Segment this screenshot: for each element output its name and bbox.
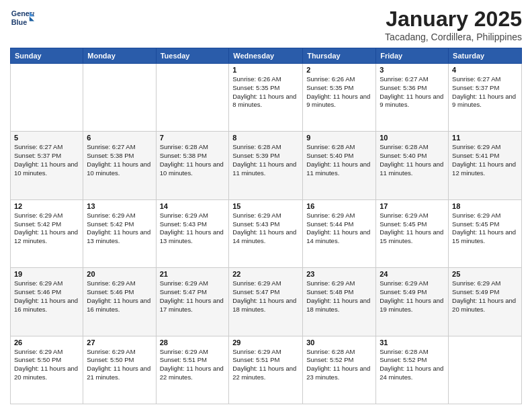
day-info: Sunrise: 6:29 AM Sunset: 5:49 PM Dayligh… bbox=[452, 279, 518, 314]
calendar-cell: 13Sunrise: 6:29 AM Sunset: 5:42 PM Dayli… bbox=[83, 199, 156, 267]
calendar-cell: 28Sunrise: 6:29 AM Sunset: 5:51 PM Dayli… bbox=[156, 336, 229, 404]
day-number: 14 bbox=[160, 202, 226, 210]
calendar-week-row: 26Sunrise: 6:29 AM Sunset: 5:50 PM Dayli… bbox=[11, 336, 522, 404]
calendar-cell: 24Sunrise: 6:29 AM Sunset: 5:49 PM Dayli… bbox=[376, 268, 449, 336]
day-info: Sunrise: 6:26 AM Sunset: 5:35 PM Dayligh… bbox=[306, 75, 372, 109]
day-info: Sunrise: 6:28 AM Sunset: 5:52 PM Dayligh… bbox=[380, 348, 445, 382]
day-number: 28 bbox=[160, 338, 226, 347]
day-info: Sunrise: 6:29 AM Sunset: 5:41 PM Dayligh… bbox=[452, 143, 518, 177]
day-info: Sunrise: 6:29 AM Sunset: 5:46 PM Dayligh… bbox=[14, 279, 79, 314]
calendar-cell bbox=[156, 64, 229, 132]
day-info: Sunrise: 6:27 AM Sunset: 5:38 PM Dayligh… bbox=[87, 143, 152, 177]
calendar-cell: 8Sunrise: 6:28 AM Sunset: 5:39 PM Daylig… bbox=[229, 132, 303, 199]
col-monday: Monday bbox=[83, 48, 156, 64]
day-info: Sunrise: 6:28 AM Sunset: 5:40 PM Dayligh… bbox=[306, 143, 372, 177]
day-number: 7 bbox=[160, 134, 226, 142]
day-number: 2 bbox=[306, 66, 372, 74]
day-number: 9 bbox=[306, 134, 372, 142]
calendar-cell: 12Sunrise: 6:29 AM Sunset: 5:42 PM Dayli… bbox=[11, 199, 83, 267]
day-info: Sunrise: 6:28 AM Sunset: 5:40 PM Dayligh… bbox=[380, 143, 445, 177]
calendar-cell: 1Sunrise: 6:26 AM Sunset: 5:35 PM Daylig… bbox=[229, 64, 303, 132]
col-saturday: Saturday bbox=[449, 48, 522, 64]
day-number: 16 bbox=[306, 202, 372, 210]
day-info: Sunrise: 6:29 AM Sunset: 5:45 PM Dayligh… bbox=[452, 212, 518, 246]
day-number: 10 bbox=[380, 134, 445, 142]
day-number: 12 bbox=[14, 202, 79, 210]
calendar-cell: 21Sunrise: 6:29 AM Sunset: 5:47 PM Dayli… bbox=[156, 268, 229, 336]
calendar-cell: 6Sunrise: 6:27 AM Sunset: 5:38 PM Daylig… bbox=[83, 132, 156, 199]
calendar-cell: 4Sunrise: 6:27 AM Sunset: 5:37 PM Daylig… bbox=[449, 64, 522, 132]
title-section: January 2025 Tacadang, Cordillera, Phili… bbox=[385, 7, 522, 42]
calendar-cell: 30Sunrise: 6:28 AM Sunset: 5:52 PM Dayli… bbox=[303, 336, 376, 404]
day-number: 31 bbox=[380, 338, 445, 347]
calendar-cell: 17Sunrise: 6:29 AM Sunset: 5:45 PM Dayli… bbox=[376, 199, 449, 267]
day-info: Sunrise: 6:29 AM Sunset: 5:46 PM Dayligh… bbox=[87, 279, 152, 314]
day-number: 21 bbox=[160, 270, 226, 278]
calendar-cell: 27Sunrise: 6:29 AM Sunset: 5:50 PM Dayli… bbox=[83, 336, 156, 404]
day-number: 27 bbox=[87, 338, 152, 347]
day-number: 15 bbox=[232, 202, 299, 210]
day-number: 18 bbox=[452, 202, 518, 210]
calendar-cell: 10Sunrise: 6:28 AM Sunset: 5:40 PM Dayli… bbox=[376, 132, 449, 199]
calendar-week-row: 1Sunrise: 6:26 AM Sunset: 5:35 PM Daylig… bbox=[11, 64, 522, 132]
svg-text:Blue: Blue bbox=[11, 18, 27, 26]
calendar-cell: 5Sunrise: 6:27 AM Sunset: 5:37 PM Daylig… bbox=[11, 132, 83, 199]
day-number: 23 bbox=[306, 270, 372, 278]
day-number: 25 bbox=[452, 270, 518, 278]
calendar-week-row: 12Sunrise: 6:29 AM Sunset: 5:42 PM Dayli… bbox=[11, 199, 522, 267]
day-number: 1 bbox=[232, 66, 299, 74]
logo: General Blue bbox=[10, 7, 34, 31]
calendar-cell: 7Sunrise: 6:28 AM Sunset: 5:38 PM Daylig… bbox=[156, 132, 229, 199]
calendar-cell: 3Sunrise: 6:27 AM Sunset: 5:36 PM Daylig… bbox=[376, 64, 449, 132]
col-wednesday: Wednesday bbox=[229, 48, 303, 64]
calendar-cell: 31Sunrise: 6:28 AM Sunset: 5:52 PM Dayli… bbox=[376, 336, 449, 404]
day-info: Sunrise: 6:29 AM Sunset: 5:47 PM Dayligh… bbox=[160, 279, 226, 314]
day-number: 4 bbox=[452, 66, 518, 74]
day-info: Sunrise: 6:29 AM Sunset: 5:44 PM Dayligh… bbox=[306, 212, 372, 246]
calendar-cell: 26Sunrise: 6:29 AM Sunset: 5:50 PM Dayli… bbox=[11, 336, 83, 404]
day-number: 8 bbox=[232, 134, 299, 142]
header: General Blue January 2025 Tacadang, Cord… bbox=[10, 7, 522, 42]
calendar-cell: 23Sunrise: 6:29 AM Sunset: 5:48 PM Dayli… bbox=[303, 268, 376, 336]
day-info: Sunrise: 6:29 AM Sunset: 5:47 PM Dayligh… bbox=[232, 279, 299, 314]
day-number: 3 bbox=[380, 66, 445, 74]
day-info: Sunrise: 6:29 AM Sunset: 5:49 PM Dayligh… bbox=[380, 279, 445, 314]
month-title: January 2025 bbox=[385, 7, 522, 32]
day-number: 13 bbox=[87, 202, 152, 210]
day-info: Sunrise: 6:29 AM Sunset: 5:50 PM Dayligh… bbox=[14, 348, 79, 382]
day-number: 24 bbox=[380, 270, 445, 278]
calendar-cell: 18Sunrise: 6:29 AM Sunset: 5:45 PM Dayli… bbox=[449, 199, 522, 267]
day-info: Sunrise: 6:29 AM Sunset: 5:42 PM Dayligh… bbox=[87, 212, 152, 246]
calendar-cell bbox=[11, 64, 83, 132]
calendar-cell: 25Sunrise: 6:29 AM Sunset: 5:49 PM Dayli… bbox=[449, 268, 522, 336]
day-info: Sunrise: 6:27 AM Sunset: 5:37 PM Dayligh… bbox=[14, 143, 79, 177]
day-info: Sunrise: 6:28 AM Sunset: 5:52 PM Dayligh… bbox=[306, 348, 372, 382]
day-number: 19 bbox=[14, 270, 79, 278]
day-number: 30 bbox=[306, 338, 372, 347]
day-info: Sunrise: 6:26 AM Sunset: 5:35 PM Dayligh… bbox=[232, 75, 299, 109]
calendar-cell: 16Sunrise: 6:29 AM Sunset: 5:44 PM Dayli… bbox=[303, 199, 376, 267]
day-number: 17 bbox=[380, 202, 445, 210]
day-info: Sunrise: 6:29 AM Sunset: 5:42 PM Dayligh… bbox=[14, 212, 79, 246]
calendar-cell: 20Sunrise: 6:29 AM Sunset: 5:46 PM Dayli… bbox=[83, 268, 156, 336]
day-number: 26 bbox=[14, 338, 79, 347]
page: General Blue January 2025 Tacadang, Cord… bbox=[0, 0, 532, 411]
day-number: 20 bbox=[87, 270, 152, 278]
calendar-cell bbox=[449, 336, 522, 404]
day-number: 5 bbox=[14, 134, 79, 142]
day-info: Sunrise: 6:28 AM Sunset: 5:39 PM Dayligh… bbox=[232, 143, 299, 177]
calendar-cell: 22Sunrise: 6:29 AM Sunset: 5:47 PM Dayli… bbox=[229, 268, 303, 336]
day-info: Sunrise: 6:29 AM Sunset: 5:43 PM Dayligh… bbox=[160, 212, 226, 246]
calendar-cell: 2Sunrise: 6:26 AM Sunset: 5:35 PM Daylig… bbox=[303, 64, 376, 132]
calendar-cell: 29Sunrise: 6:29 AM Sunset: 5:51 PM Dayli… bbox=[229, 336, 303, 404]
col-friday: Friday bbox=[376, 48, 449, 64]
calendar-week-row: 5Sunrise: 6:27 AM Sunset: 5:37 PM Daylig… bbox=[11, 132, 522, 199]
day-number: 22 bbox=[232, 270, 299, 278]
day-info: Sunrise: 6:29 AM Sunset: 5:50 PM Dayligh… bbox=[87, 348, 152, 382]
calendar-cell bbox=[83, 64, 156, 132]
day-info: Sunrise: 6:27 AM Sunset: 5:36 PM Dayligh… bbox=[380, 75, 445, 109]
day-info: Sunrise: 6:27 AM Sunset: 5:37 PM Dayligh… bbox=[452, 75, 518, 109]
day-info: Sunrise: 6:29 AM Sunset: 5:51 PM Dayligh… bbox=[232, 348, 299, 382]
calendar-cell: 9Sunrise: 6:28 AM Sunset: 5:40 PM Daylig… bbox=[303, 132, 376, 199]
calendar: Sunday Monday Tuesday Wednesday Thursday… bbox=[10, 48, 522, 404]
